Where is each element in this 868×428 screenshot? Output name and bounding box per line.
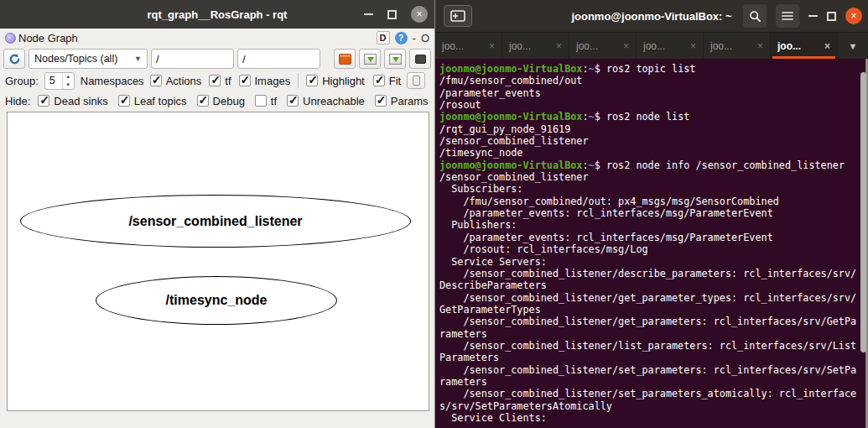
- tab-close-icon[interactable]: ×: [757, 40, 763, 52]
- terminal-tab[interactable]: joo...×: [569, 33, 637, 59]
- save-svg-button[interactable]: [359, 49, 381, 69]
- group-spinner[interactable]: 5 ▲ ▼: [44, 72, 75, 90]
- rqt-window: rqt_graph__RosGraph - rqt × Node Graph D…: [0, 0, 434, 428]
- hide-checkboxes: Dead sinksLeaf topicsDebugtfUnreachableP…: [38, 95, 428, 107]
- checkbox-label: Highlight: [322, 75, 365, 87]
- save-image-button[interactable]: [384, 49, 406, 69]
- checkbox-box[interactable]: [255, 95, 267, 107]
- rqt-toolbar-row3: Hide: Dead sinksLeaf topicsDebugtfUnreac…: [0, 91, 434, 111]
- tab-list-dropdown-button[interactable]: ▼: [838, 33, 868, 59]
- graph-canvas[interactable]: /sensor_combined_listener /timesync_node: [7, 112, 429, 411]
- group-value: 5: [45, 73, 62, 89]
- refresh-button[interactable]: [3, 49, 25, 69]
- separator: [298, 73, 299, 88]
- terminal-line: /sensor_combined_listener/list_parameter…: [439, 340, 868, 352]
- screenshot-button[interactable]: [409, 49, 431, 69]
- close-icon[interactable]: ×: [845, 8, 862, 24]
- terminal-header[interactable]: joonmo@joonmo-VirtualBox: ~ ×: [435, 0, 868, 32]
- terminal-tab[interactable]: joo...×: [771, 33, 838, 59]
- chevron-down-icon: ▼: [134, 55, 142, 63]
- maximize-icon[interactable]: [827, 12, 836, 21]
- rqt-titlebar[interactable]: rqt_graph__RosGraph - rqt ×: [0, 0, 434, 29]
- checkbox-leaf-topics[interactable]: Leaf topics: [118, 95, 187, 107]
- checkbox-box[interactable]: [239, 75, 251, 86]
- checkbox-box[interactable]: [150, 75, 162, 86]
- checkbox-dead-sinks[interactable]: Dead sinks: [38, 95, 107, 107]
- rqt-toolbar-row2: Group: 5 ▲ ▼ Namespaces ActionstfImages …: [0, 70, 434, 91]
- spin-up-button[interactable]: ▲: [63, 73, 74, 81]
- checkbox-box[interactable]: [306, 75, 318, 86]
- tab-close-icon[interactable]: ×: [824, 40, 830, 52]
- checkbox-tf[interactable]: tf: [255, 95, 277, 107]
- checkbox-label: Unreachable: [303, 95, 365, 107]
- terminal-line: Service Servers:: [439, 256, 868, 268]
- terminal-line: /rosout: [439, 99, 868, 111]
- checkbox-images[interactable]: Images: [239, 75, 291, 87]
- save-dot-button[interactable]: [334, 49, 356, 69]
- terminal-line: /fmu/sensor_combined/out: [439, 75, 868, 86]
- terminal-line: s/srv/SetParametersAtomically: [439, 400, 868, 412]
- node-graph-plugin-icon: [5, 33, 16, 44]
- tab-close-icon[interactable]: ×: [556, 40, 562, 52]
- node-filter-input[interactable]: [151, 49, 234, 69]
- dock-detach-button[interactable]: D: [377, 31, 390, 44]
- checkbox-tf[interactable]: tf: [209, 75, 231, 87]
- spinner-arrows: ▲ ▼: [62, 73, 74, 89]
- screen: rqt_graph__RosGraph - rqt × Node Graph D…: [0, 0, 868, 428]
- terminal-line: /fmu/sensor_combined/out: px4_msgs/msg/S…: [439, 196, 868, 207]
- maximize-icon[interactable]: [387, 10, 397, 19]
- search-button[interactable]: [743, 4, 767, 28]
- menu-button[interactable]: [776, 4, 799, 28]
- checkbox-box[interactable]: [373, 75, 385, 86]
- checkbox-highlight[interactable]: Highlight: [306, 75, 365, 87]
- terminal-tab[interactable]: joo...×: [502, 33, 569, 59]
- checkbox-label: tf: [271, 95, 277, 107]
- minimize-icon[interactable]: [364, 13, 373, 15]
- save-image-icon: [389, 54, 402, 65]
- terminal-line: /sensor_combined_listener/set_parameters…: [439, 388, 868, 399]
- tab-close-icon[interactable]: ×: [690, 40, 696, 52]
- terminal-tab[interactable]: joo...×: [637, 33, 704, 59]
- checkbox-params[interactable]: Params: [375, 95, 429, 107]
- checkbox-actions[interactable]: Actions: [150, 75, 202, 87]
- terminal-line: /parameter_events: [439, 87, 868, 99]
- tab-title: joo...: [442, 40, 486, 52]
- checkbox-box[interactable]: [38, 95, 49, 107]
- spin-down-button[interactable]: ▼: [63, 81, 74, 89]
- terminal-line: /parameter_events: rcl_interfaces/msg/Pa…: [439, 232, 868, 243]
- checkbox-box[interactable]: [375, 95, 387, 107]
- checkbox-unreachable[interactable]: Unreachable: [287, 95, 365, 107]
- dock-help-button[interactable]: ?: [395, 32, 408, 44]
- refresh-icon: [8, 53, 21, 65]
- checkbox-debug[interactable]: Debug: [197, 95, 245, 107]
- scrollbar-thumb[interactable]: [860, 72, 866, 352]
- checkbox-box[interactable]: [197, 95, 209, 107]
- dock-close-button[interactable]: O: [421, 32, 429, 44]
- terminal-line: /sensor_combined_listener: [439, 171, 868, 183]
- tab-close-icon[interactable]: ×: [623, 40, 629, 52]
- graph-node-timesync-node: /timesync_node: [96, 276, 337, 325]
- checkbox-box[interactable]: [287, 95, 299, 107]
- checkbox-label: Dead sinks: [54, 95, 107, 107]
- checkbox-label: Params: [391, 95, 429, 107]
- checkbox-fit[interactable]: Fit: [373, 75, 401, 87]
- graph-type-select[interactable]: Nodes/Topics (all) ▼: [29, 49, 148, 69]
- minimize-icon[interactable]: [808, 15, 818, 17]
- checkbox-box[interactable]: [209, 75, 221, 86]
- checkbox-box[interactable]: [118, 95, 130, 107]
- tab-close-icon[interactable]: ×: [489, 40, 495, 52]
- document-icon: [413, 76, 420, 86]
- terminal-tab[interactable]: joo...×: [704, 33, 771, 59]
- dock-minimize-button[interactable]: -: [413, 32, 416, 44]
- rqt-window-controls: ×: [364, 0, 428, 29]
- terminal-line: /parameter_events: rcl_interfaces/msg/Pa…: [439, 207, 868, 219]
- terminal-tab[interactable]: joo...×: [435, 33, 502, 59]
- terminal-line: joonmo@joonmo-VirtualBox:~$ ros2 node in…: [439, 159, 868, 171]
- close-icon[interactable]: ×: [411, 6, 428, 23]
- toolbar-mini-button[interactable]: [407, 72, 425, 89]
- node-label: /timesync_node: [166, 293, 268, 308]
- terminal-line: /sensor_combined_listener/get_parameters…: [439, 316, 868, 327]
- namespaces-label: Namespaces: [81, 75, 144, 87]
- topic-filter-input[interactable]: [237, 49, 320, 69]
- terminal-output[interactable]: joonmo@joonmo-VirtualBox:~$ ros2 topic l…: [435, 59, 868, 428]
